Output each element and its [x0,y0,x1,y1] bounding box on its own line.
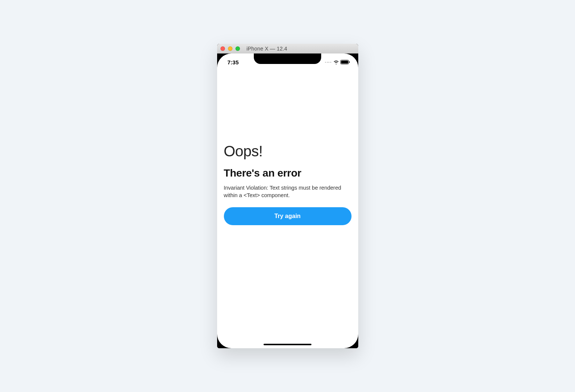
battery-icon [340,60,350,64]
device-notch [254,53,321,64]
home-indicator[interactable] [264,344,311,346]
error-heading: Oops! [224,143,352,160]
simulator-body: 7:35 Oops! [217,53,358,348]
minimize-window-button[interactable] [228,46,232,51]
status-indicators [325,60,350,64]
simulator-window: iPhone X — 12.4 7:35 [217,44,358,348]
error-subheading: There's an error [224,167,352,179]
status-time: 7:35 [228,59,239,65]
window-title: iPhone X — 12.4 [247,46,288,52]
svg-rect-2 [349,61,350,63]
window-titlebar[interactable]: iPhone X — 12.4 [217,44,358,54]
svg-rect-1 [341,61,348,64]
maximize-window-button[interactable] [235,46,240,51]
close-window-button[interactable] [220,46,225,51]
phone-screen: 7:35 Oops! [217,53,358,348]
cellular-icon [325,62,331,63]
error-message: Invariant Violation: Text strings must b… [224,184,352,199]
try-again-button[interactable]: Try again [224,207,352,225]
wifi-icon [333,60,339,64]
error-screen: Oops! There's an error Invariant Violati… [217,53,358,348]
